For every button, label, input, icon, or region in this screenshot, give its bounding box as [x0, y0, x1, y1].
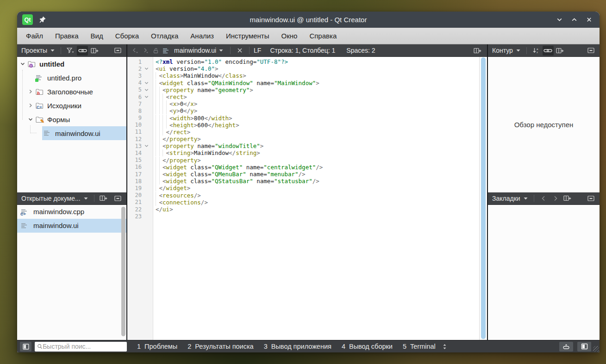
code-line-3[interactable]: <class>MainWindow</class> — [156, 72, 479, 79]
quick-search-input[interactable] — [43, 343, 125, 350]
documents-scrollbar[interactable] — [121, 207, 125, 337]
eol-indicator[interactable]: LF — [254, 47, 261, 54]
menu-item-5[interactable]: Отладка — [145, 28, 184, 44]
chevron-down-icon[interactable] — [219, 49, 223, 52]
fold-marker-icon[interactable] — [142, 81, 151, 85]
output-pane-button-3[interactable]: 3Вывод приложения — [259, 340, 337, 353]
code-line-6[interactable]: <rect> — [156, 93, 479, 100]
menu-item-1[interactable]: Файл — [20, 28, 49, 44]
toggle-left-sidebar-icon[interactable] — [20, 342, 31, 352]
code-line-1[interactable]: <?xml version="1.0" encoding="UTF-8"?> — [156, 58, 479, 65]
minimize-button[interactable] — [556, 16, 563, 24]
tree-item-untitled[interactable]: ⚙untitled — [17, 57, 126, 71]
close-document-icon[interactable] — [235, 46, 245, 55]
chevron-down-icon[interactable] — [524, 197, 528, 200]
split-panel-icon[interactable] — [562, 193, 573, 203]
code-line-11[interactable]: </rect> — [156, 129, 479, 136]
fold-marker-icon[interactable] — [142, 88, 151, 92]
code-line-17[interactable]: <widget class="QMenuBar" name="menubar"/… — [156, 171, 479, 178]
code-line-4[interactable]: <widget class="QMainWindow" name="MainWi… — [156, 80, 479, 86]
tree-item-sources[interactable]: C+Исходники — [17, 99, 126, 112]
code-line-13[interactable]: <property name="windowTitle"> — [156, 142, 479, 149]
outline-panel-title[interactable]: Контур — [492, 47, 513, 54]
scrollbar-handle[interactable] — [481, 57, 486, 339]
collapse-panel-icon[interactable] — [585, 46, 596, 56]
expander-icon[interactable] — [27, 102, 34, 109]
output-pane-button-5[interactable]: 5Terminal — [398, 340, 441, 353]
titlebar[interactable]: Qt mainwindow.ui @ untitled - Qt Creator — [17, 12, 600, 28]
previous-bookmark-icon[interactable] — [538, 193, 549, 203]
cursor-position[interactable]: Строка: 1, Столбец: 1 — [270, 47, 335, 54]
back-icon[interactable] — [130, 46, 140, 55]
output-pane-button-2[interactable]: 2Результаты поиска — [182, 340, 258, 353]
bookmarks-panel-title[interactable]: Закладки — [492, 195, 520, 202]
sync-with-editor-icon[interactable] — [543, 46, 554, 56]
code-line-21[interactable]: <connections/> — [156, 199, 479, 206]
expander-icon[interactable] — [27, 88, 34, 95]
expander-icon[interactable] — [19, 60, 26, 68]
fold-marker-icon[interactable] — [142, 95, 151, 99]
expander-icon[interactable] — [27, 116, 34, 123]
filter-icon[interactable] — [65, 46, 76, 56]
collapse-panel-icon[interactable] — [112, 193, 123, 203]
code-line-12[interactable]: </property> — [156, 136, 479, 142]
split-panel-icon[interactable] — [555, 46, 566, 56]
menu-item-9[interactable]: Справка — [303, 28, 343, 44]
quick-search-box[interactable] — [35, 342, 127, 352]
split-panel-icon[interactable] — [98, 193, 109, 203]
next-bookmark-icon[interactable] — [550, 193, 561, 203]
code-line-22[interactable]: </ui> — [156, 206, 479, 213]
code-line-20[interactable]: <resources/> — [156, 192, 479, 199]
resize-grip[interactable] — [593, 346, 599, 352]
collapse-panel-icon[interactable] — [112, 46, 123, 56]
code-line-14[interactable]: <string>MainWindow</string> — [156, 149, 479, 156]
projects-panel-title[interactable]: Проекты — [21, 47, 47, 54]
tree-item-mainwindow-ui[interactable]: mainwindow.ui — [17, 126, 126, 140]
code-line-5[interactable]: <property name="geometry"> — [156, 86, 479, 93]
split-editor-icon[interactable] — [472, 46, 483, 56]
editor-scrollbar[interactable] — [479, 57, 487, 340]
code-line-8[interactable]: <y>0</y> — [156, 107, 479, 114]
tree-item-forms[interactable]: ✎Формы — [17, 112, 126, 126]
code-line-10[interactable]: <height>600</height> — [156, 122, 479, 129]
code-line-23[interactable] — [156, 213, 479, 220]
chevron-down-icon[interactable] — [50, 49, 55, 52]
menu-item-2[interactable]: Правка — [49, 28, 85, 44]
menu-item-6[interactable]: Анализ — [184, 28, 220, 44]
code-line-9[interactable]: <width>800</width> — [156, 115, 479, 122]
chevron-down-icon[interactable] — [516, 49, 520, 52]
collapse-panel-icon[interactable] — [585, 193, 596, 203]
tree-item-headers[interactable]: hЗаголовочные — [17, 85, 126, 99]
code-line-2[interactable]: <ui version="4.0"> — [156, 65, 479, 72]
code-line-16[interactable]: <widget class="QWidget" name="centralwid… — [156, 164, 479, 171]
output-pane-button-1[interactable]: 1Проблемы — [132, 340, 182, 353]
open-file-name[interactable]: mainwindow.ui — [174, 47, 216, 54]
pin-icon[interactable] — [38, 16, 46, 24]
maximize-output-pane-icon[interactable] — [559, 342, 573, 352]
menu-item-8[interactable]: Окно — [275, 28, 304, 44]
output-pane-selector-icon[interactable] — [443, 344, 447, 350]
indent-indicator[interactable]: Spaces: 2 — [346, 47, 375, 54]
tree-item-untitled-pro[interactable]: untitled.pro — [17, 71, 126, 85]
split-panel-icon[interactable] — [89, 46, 100, 56]
code-editor[interactable]: <?xml version="1.0" encoding="UTF-8"?><u… — [153, 57, 479, 340]
fold-marker-icon[interactable] — [142, 144, 151, 148]
toggle-right-sidebar-icon[interactable] — [577, 342, 591, 352]
output-pane-button-4[interactable]: 4Вывод сборки — [337, 340, 398, 353]
sync-with-editor-icon[interactable] — [77, 46, 88, 56]
code-line-7[interactable]: <x>0</x> — [156, 100, 479, 107]
code-line-15[interactable]: </property> — [156, 157, 479, 164]
close-button[interactable] — [585, 16, 593, 24]
open-document-mainwindow-ui[interactable]: mainwindow.ui — [17, 219, 126, 233]
code-line-18[interactable]: <widget class="QStatusBar" name="statusb… — [156, 178, 479, 185]
maximize-button[interactable] — [570, 16, 578, 24]
menu-item-4[interactable]: Сборка — [109, 28, 145, 44]
menu-item-3[interactable]: Вид — [85, 28, 109, 44]
sort-alphabetically-icon[interactable]: az — [531, 46, 542, 56]
fold-marker-icon[interactable] — [142, 67, 151, 71]
code-line-19[interactable]: </widget> — [156, 185, 479, 191]
menu-item-7[interactable]: Инструменты — [220, 28, 275, 44]
lock-icon[interactable] — [150, 46, 161, 55]
chevron-down-icon[interactable] — [84, 197, 88, 200]
open-document-mainwindow-cpp[interactable]: C+mainwindow.cpp — [17, 205, 126, 219]
